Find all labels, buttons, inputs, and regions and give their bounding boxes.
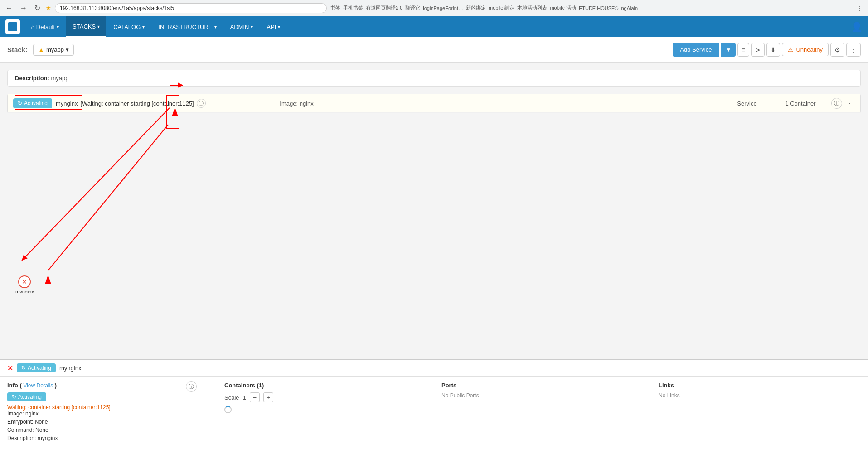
- more-options-button[interactable]: ⋮: [846, 43, 861, 57]
- bookmark-item[interactable]: mobile 活动: [550, 5, 576, 11]
- svg-line-6: [22, 108, 170, 261]
- nav-item-infrastructure[interactable]: INFRASTRUCTURE ▾: [152, 16, 223, 37]
- warning-icon: ⚠: [788, 46, 793, 53]
- chevron-down-icon: ▾: [251, 24, 253, 29]
- browser-more-button[interactable]: ⋮: [854, 4, 864, 13]
- nav-item-catalog[interactable]: CATALOG ▾: [107, 16, 151, 37]
- bookmark-item[interactable]: 本地活动列表: [517, 5, 547, 11]
- service-type: Service: [724, 100, 770, 107]
- chevron-down-icon: ▾: [214, 24, 217, 29]
- add-service-dropdown-button[interactable]: ▼: [721, 43, 736, 57]
- service-info-button[interactable]: ⓘ: [197, 99, 206, 108]
- chevron-down-icon: ▾: [66, 46, 69, 53]
- view-toggle-button[interactable]: ≡: [737, 43, 749, 57]
- bookmark-item[interactable]: ngAlain: [621, 5, 638, 11]
- chevron-down-icon: ▾: [142, 24, 145, 29]
- image-value: nginx: [300, 100, 314, 107]
- page-title: Stack:: [7, 46, 28, 53]
- service-containers: 1 Container: [773, 100, 828, 107]
- service-view-button[interactable]: ⓘ: [831, 98, 842, 109]
- header-actions: Add Service ▼ ≡ ⊳ ⬇ ⚠ Unhealthy ⚙ ⋮: [673, 43, 861, 57]
- bookmark-item[interactable]: ETUDE HOUSE©: [579, 5, 619, 11]
- bookmarks-bar: 书签 手机书签 有道网页翻译2.0 翻译它 loginPageForInt… 新…: [330, 5, 638, 11]
- share-button[interactable]: ⊳: [751, 43, 765, 57]
- nav-label-infrastructure: INFRASTRUCTURE: [158, 24, 212, 30]
- nav-label-admin: ADMIN: [230, 24, 249, 30]
- service-image-cell: Image: nginx: [280, 100, 721, 107]
- chevron-down-icon: ▾: [57, 24, 59, 29]
- service-name: mynginx: [56, 100, 78, 107]
- stack-selector[interactable]: ▲ myapp ▾: [33, 44, 74, 56]
- description-value: myapp: [51, 75, 68, 82]
- service-row: ↻ Activating mynginx [Waiting: container…: [8, 94, 860, 113]
- home-icon: ⌂: [31, 24, 34, 30]
- service-status-message: [Waiting: container starting [container:…: [80, 100, 194, 107]
- service-status-label: Activating: [24, 100, 48, 106]
- unhealthy-button[interactable]: ⚠ Unhealthy: [782, 43, 829, 56]
- url-bar[interactable]: [55, 3, 327, 13]
- mynginx-node[interactable]: ✕ mynginx: [15, 275, 34, 293]
- description-bar: Description: myapp: [7, 70, 861, 87]
- nav-label-api: API: [267, 24, 276, 30]
- service-annotation-container: ↻ Activating mynginx [Waiting: container…: [7, 94, 861, 285]
- bookmark-item[interactable]: 书签: [330, 5, 340, 11]
- node-label: mynginx: [15, 289, 34, 293]
- nav-item-admin[interactable]: ADMIN ▾: [224, 16, 260, 37]
- bookmark-item[interactable]: mobile 绑定: [489, 5, 514, 11]
- stack-name: myapp: [46, 46, 64, 53]
- logo[interactable]: [5, 19, 20, 34]
- settings-button[interactable]: ⚙: [830, 43, 844, 57]
- service-area: ↻ Activating mynginx [Waiting: container…: [7, 94, 861, 113]
- bookmark-item[interactable]: loginPageForInt…: [423, 5, 463, 11]
- stack-warning-icon: ▲: [38, 46, 44, 53]
- chevron-down-icon: ▾: [278, 24, 280, 29]
- image-label: Image:: [280, 100, 298, 107]
- nav-label-catalog: CATALOG: [113, 24, 141, 30]
- node-error-icon: ✕: [18, 275, 31, 288]
- nav-item-api[interactable]: API ▾: [260, 16, 286, 37]
- page-header: Stack: ▲ myapp ▾ Add Service ▼ ≡ ⊳ ⬇ ⚠ U…: [0, 37, 868, 63]
- bookmark-icon: ★: [46, 5, 51, 11]
- forward-button[interactable]: →: [18, 3, 29, 13]
- main-content: Description: myapp ↻ Activating mynginx …: [0, 63, 868, 293]
- refresh-button[interactable]: ↻: [33, 3, 42, 13]
- service-status-badge[interactable]: ↻ Activating: [13, 98, 52, 108]
- nav-item-stacks[interactable]: STACKS ▾: [66, 16, 106, 37]
- browser-actions: ⋮: [854, 4, 864, 13]
- add-service-button[interactable]: Add Service: [673, 43, 719, 57]
- chevron-down-icon: ▾: [97, 24, 100, 29]
- unhealthy-label: Unhealthy: [796, 46, 823, 53]
- bookmark-item[interactable]: 翻译它: [405, 5, 420, 11]
- back-button[interactable]: ←: [4, 3, 15, 13]
- download-button[interactable]: ⬇: [766, 43, 780, 57]
- canvas-area: ✕ mynginx: [7, 113, 861, 285]
- bookmark-item[interactable]: 有道网页翻译2.0: [366, 5, 402, 11]
- top-navigation: ⌂ Default ▾ STACKS ▾ CATALOG ▾ INFRASTRU…: [0, 16, 868, 37]
- user-icon[interactable]: 👤: [851, 21, 863, 32]
- nav-label-default: Default: [36, 24, 55, 30]
- service-more-button[interactable]: ⋮: [844, 98, 855, 109]
- spin-icon: ↻: [18, 100, 22, 106]
- logo-inner: [8, 22, 17, 31]
- bookmark-item[interactable]: 手机书签: [343, 5, 363, 11]
- description-label: Description:: [15, 75, 49, 82]
- bookmark-item[interactable]: 新的绑定: [466, 5, 486, 11]
- service-name-cell: mynginx [Waiting: container starting [co…: [56, 99, 276, 108]
- service-actions: ⓘ ⋮: [831, 98, 855, 109]
- nav-item-default[interactable]: ⌂ Default ▾: [24, 16, 65, 37]
- nav-label-stacks: STACKS: [73, 23, 96, 30]
- browser-chrome: ← → ↻ ★ 书签 手机书签 有道网页翻译2.0 翻译它 loginPageF…: [0, 0, 868, 16]
